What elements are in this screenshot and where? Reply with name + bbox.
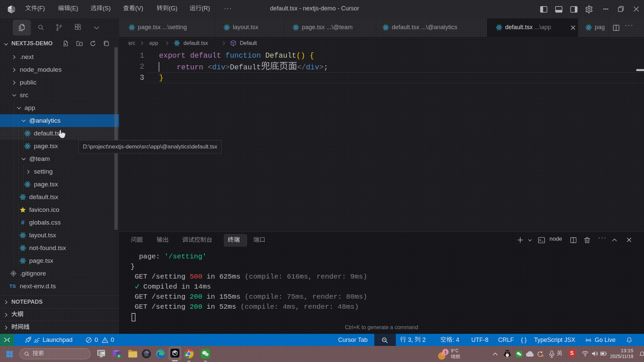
- svg-text:1: 1: [444, 350, 446, 355]
